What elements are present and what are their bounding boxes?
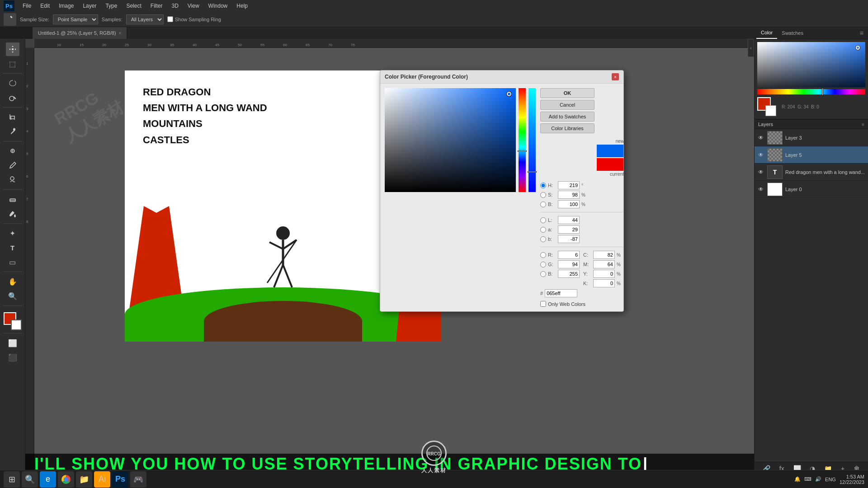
a-radio[interactable] (540, 227, 546, 233)
r-radio[interactable] (540, 252, 546, 258)
keyboard-icon[interactable]: ⌨ (804, 476, 811, 482)
m-input[interactable] (593, 260, 615, 268)
menu-help[interactable]: Help (233, 2, 251, 10)
pen-tool[interactable]: ✦ (6, 226, 19, 240)
layer-row-3[interactable]: 👁 Layer 3 (755, 129, 868, 146)
clone-tool[interactable]: + (6, 173, 19, 187)
menu-file[interactable]: File (19, 2, 35, 10)
c-input[interactable] (593, 251, 615, 259)
color-spectrum[interactable] (757, 42, 865, 87)
speaker-icon[interactable]: 🔊 (815, 476, 821, 482)
healing-tool[interactable] (6, 144, 19, 158)
color-main-field[interactable] (385, 88, 516, 192)
search-btn[interactable]: 🔍 (22, 471, 38, 488)
cancel-button[interactable]: Cancel (540, 100, 594, 110)
show-sampling-ring-checkbox[interactable] (167, 16, 173, 22)
menu-layer[interactable]: Layer (79, 2, 100, 10)
h-radio[interactable] (540, 183, 546, 188)
k-input[interactable] (593, 279, 615, 287)
tab-color[interactable]: Color (756, 27, 777, 39)
start-button[interactable]: ⊞ (4, 471, 20, 488)
notification-icon[interactable]: 🔔 (794, 476, 801, 482)
explorer-btn[interactable]: 📁 (76, 471, 92, 488)
b-input[interactable] (558, 200, 580, 208)
quick-select-tool[interactable] (6, 91, 19, 104)
color-libraries-button[interactable]: Color Libraries (540, 123, 594, 133)
show-sampling-ring-label[interactable]: Show Sampling Ring (167, 16, 221, 22)
quick-mask-tool[interactable]: ⬜ (6, 336, 19, 350)
menu-3d[interactable]: 3D (168, 2, 182, 10)
layer-5-eye[interactable]: 👁 (757, 151, 764, 159)
layer-3-eye[interactable]: 👁 (757, 134, 764, 141)
layer-row-text[interactable]: 👁 T Red dragon men with a long wand... (755, 164, 868, 181)
web-colors-checkbox[interactable] (540, 301, 546, 307)
lab-b-radio[interactable] (540, 236, 546, 242)
background-color[interactable] (11, 319, 22, 330)
s-label: S: (548, 192, 556, 197)
photoshop-btn[interactable]: Ps (112, 471, 128, 488)
background-color-box[interactable] (765, 105, 776, 116)
layer-3-thumb (767, 131, 783, 145)
eyedropper-tool-icon[interactable] (4, 13, 16, 26)
shape-tool[interactable]: ▭ (6, 255, 19, 269)
s-radio[interactable] (540, 192, 546, 198)
panel-menu-icon[interactable]: ≡ (857, 29, 866, 37)
s-input[interactable] (558, 191, 580, 199)
menu-select[interactable]: Select (123, 2, 145, 10)
layer-0-eye[interactable]: 👁 (757, 186, 764, 193)
add-to-swatches-button[interactable]: Add to Swatches (540, 112, 594, 122)
panel-collapse-button[interactable]: ‹ (748, 39, 754, 57)
samples-select[interactable]: All Layers (126, 14, 164, 24)
menu-image[interactable]: Image (55, 2, 77, 10)
screen-mode[interactable]: ⬛ (6, 351, 19, 364)
dialog-close-btn[interactable]: × (612, 73, 619, 80)
rgb-b-radio[interactable] (540, 271, 546, 277)
y-input[interactable] (593, 270, 615, 278)
menu-filter[interactable]: Filter (147, 2, 166, 10)
paint-bucket-tool[interactable] (6, 207, 19, 221)
hand-tool[interactable]: ✋ (6, 275, 19, 288)
layer-row-5[interactable]: 👁 Layer 5 (755, 146, 868, 164)
ok-button[interactable]: OK (540, 88, 594, 98)
chrome-btn[interactable] (58, 471, 74, 488)
menu-view[interactable]: View (184, 2, 203, 10)
a-input[interactable] (558, 225, 580, 234)
menu-edit[interactable]: Edit (37, 2, 53, 10)
illustrator-btn[interactable]: Ai (94, 471, 110, 488)
brush-tool[interactable] (6, 159, 19, 172)
marquee-tool[interactable]: ⬚ (6, 57, 19, 70)
cp-buttons: OK Cancel Add to Swatches Color Librarie… (540, 88, 624, 133)
layer-row-0[interactable]: 👁 Layer 0 (755, 181, 868, 198)
g-radio[interactable] (540, 262, 546, 267)
hue-strip[interactable] (757, 89, 865, 94)
l-radio[interactable] (540, 217, 546, 223)
b-radio[interactable] (540, 202, 546, 207)
layer-text-eye[interactable]: 👁 (757, 169, 764, 176)
r-input[interactable] (558, 251, 580, 259)
misc-btn[interactable]: 🎮 (130, 471, 146, 488)
document-tab[interactable]: Untitled-1 @ 25% (Layer 5, RGB/8) × (33, 27, 127, 39)
tab-close-icon[interactable]: × (119, 31, 122, 36)
rgb-b-input[interactable] (558, 270, 580, 278)
lab-b-input[interactable] (558, 235, 580, 243)
l-input[interactable] (558, 216, 580, 224)
lasso-tool[interactable] (6, 76, 19, 90)
cp-controls: OK Cancel Add to Swatches Color Librarie… (540, 88, 624, 307)
menu-type[interactable]: Type (102, 2, 121, 10)
hex-input[interactable] (545, 289, 577, 297)
text-tool[interactable]: T (6, 241, 19, 254)
crop-tool[interactable] (6, 110, 19, 124)
hue-strip-dialog[interactable] (519, 88, 526, 192)
h-input[interactable] (558, 181, 580, 189)
artwork-line-1: RED DRAGON (143, 84, 267, 100)
menu-window[interactable]: Window (205, 2, 231, 10)
move-tool[interactable] (6, 42, 19, 56)
zoom-tool[interactable]: 🔍 (6, 289, 19, 303)
eyedropper-tool[interactable] (6, 125, 19, 138)
sat-strip-dialog[interactable] (528, 88, 536, 192)
g-input[interactable] (558, 260, 580, 268)
tab-swatches[interactable]: Swatches (777, 28, 808, 38)
edge-btn[interactable]: e (40, 471, 56, 488)
sample-size-select[interactable]: Point Sample (53, 14, 98, 24)
eraser-tool[interactable] (6, 192, 19, 206)
